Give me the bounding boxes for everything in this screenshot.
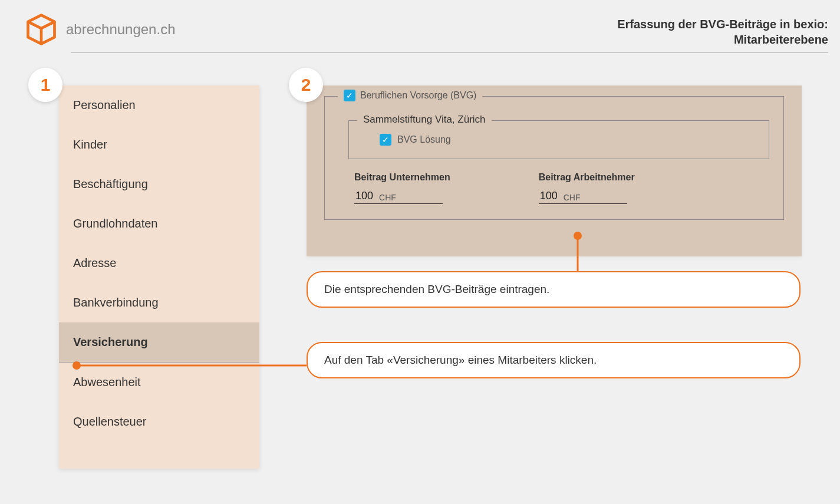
- brand-block: abrechnungen.ch: [24, 12, 175, 47]
- header-divider: [71, 52, 828, 53]
- tab-grundlohndaten[interactable]: Grundlohndaten: [59, 204, 259, 243]
- bvg-form-panel: ✓ Beruflichen Vorsorge (BVG) Sammelstift…: [307, 85, 802, 256]
- tab-personalien[interactable]: Personalien: [59, 85, 259, 125]
- page-title: Erfassung der BVG-Beiträge in bexio: Mit…: [617, 17, 828, 47]
- tab-bankverbindung[interactable]: Bankverbindung: [59, 283, 259, 322]
- employee-tabs-sidebar: Personalien Kinder Beschäftigung Grundlo…: [59, 85, 259, 469]
- company-contribution-label: Beitrag Unternehmen: [354, 172, 450, 183]
- bvg-checkbox[interactable]: ✓: [344, 90, 355, 101]
- company-contribution-unit: CHF: [379, 193, 396, 202]
- cube-icon: [24, 12, 59, 47]
- title-line-2: Mitarbeiterebene: [617, 32, 828, 47]
- callout-click-versicherung: Auf den Tab «Versicherung» eines Mitarbe…: [307, 342, 801, 378]
- company-contribution-input[interactable]: 100 CHF: [354, 187, 443, 204]
- company-contribution-value: 100: [355, 190, 373, 202]
- page-header: abrechnungen.ch Erfassung der BVG-Beiträ…: [24, 12, 828, 47]
- callout-enter-contributions: Die entsprechenden BVG-Beiträge eintrage…: [307, 271, 801, 308]
- employee-contribution-input[interactable]: 100 CHF: [539, 187, 627, 204]
- step-badge-2: 2: [289, 68, 323, 102]
- tab-abwesenheit[interactable]: Abwesenheit: [59, 363, 259, 402]
- solution-row: ✓ BVG Lösung: [380, 134, 755, 146]
- employee-contribution-value: 100: [540, 190, 558, 202]
- tab-kinder[interactable]: Kinder: [59, 125, 259, 164]
- bvg-fieldset: ✓ Beruflichen Vorsorge (BVG) Sammelstift…: [324, 96, 784, 220]
- employee-contribution-unit: CHF: [564, 193, 581, 202]
- foundation-fieldset: Sammelstiftung Vita, Zürich ✓ BVG Lösung: [348, 120, 769, 159]
- tab-quellensteuer[interactable]: Quellensteuer: [59, 402, 259, 442]
- brand-text: abrechnungen.ch: [66, 21, 175, 38]
- title-line-1: Erfassung der BVG-Beiträge in bexio:: [617, 17, 828, 32]
- tab-beschaeftigung[interactable]: Beschäftigung: [59, 164, 259, 204]
- solution-checkbox-label: BVG Lösung: [397, 134, 451, 145]
- bvg-checkbox-label: Beruflichen Vorsorge (BVG): [360, 90, 476, 101]
- foundation-legend: Sammelstiftung Vita, Zürich: [357, 114, 492, 126]
- contribution-fields: Beitrag Unternehmen 100 CHF Beitrag Arbe…: [354, 172, 769, 204]
- bvg-legend: ✓ Beruflichen Vorsorge (BVG): [338, 90, 482, 101]
- company-contribution: Beitrag Unternehmen 100 CHF: [354, 172, 450, 204]
- tab-versicherung[interactable]: Versicherung: [59, 322, 259, 363]
- employee-contribution: Beitrag Arbeitnehmer 100 CHF: [539, 172, 635, 204]
- solution-checkbox[interactable]: ✓: [380, 134, 391, 146]
- employee-contribution-label: Beitrag Arbeitnehmer: [539, 172, 635, 183]
- tab-adresse[interactable]: Adresse: [59, 243, 259, 283]
- step-badge-1: 1: [28, 68, 62, 102]
